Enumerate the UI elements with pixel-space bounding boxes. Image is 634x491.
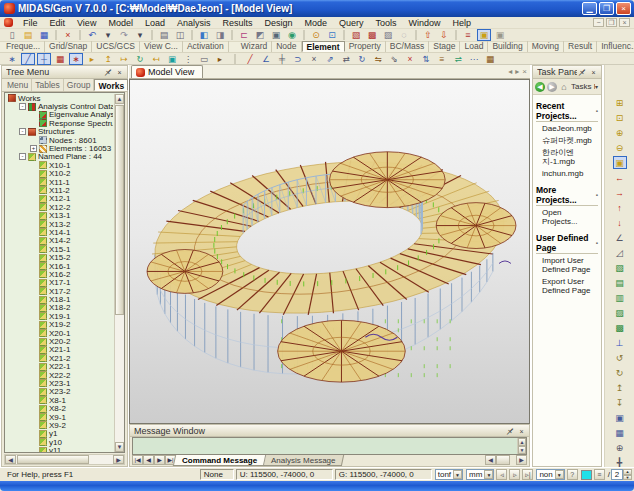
zoom-dynamic-icon[interactable]: ⊕ <box>613 441 627 454</box>
rotate-right-icon[interactable]: ↻ <box>613 366 627 379</box>
message-tab-analysis-message[interactable]: Analysis Message <box>262 455 345 466</box>
display-option-icon[interactable]: ▣ <box>165 53 179 65</box>
print-icon[interactable]: ▤ <box>157 29 171 41</box>
line-grid-icon[interactable]: ╱ <box>21 53 35 65</box>
lock-icon[interactable]: ▣ <box>493 29 507 41</box>
task-section-header[interactable]: More Projects...▪ <box>536 185 598 206</box>
mirror-element-icon[interactable]: ⇋ <box>371 53 385 65</box>
scroll-right-icon[interactable]: ▶ <box>516 455 527 465</box>
tree-vscroll-thumb[interactable] <box>115 105 124 315</box>
pan-left-icon[interactable]: ← <box>613 171 627 184</box>
select-all-icon[interactable]: ▩ <box>365 29 379 41</box>
axis-icon[interactable]: ⊥ <box>613 336 627 349</box>
toolbar-tab-building[interactable]: Building <box>488 41 527 52</box>
element-table-icon[interactable]: ▦ <box>483 53 497 65</box>
undo-dropdown-icon[interactable]: ▾ <box>101 29 115 41</box>
message-output[interactable]: ▲ ▼ <box>132 437 527 455</box>
scroll-down-icon[interactable]: ▼ <box>115 442 124 452</box>
activate-all-icon[interactable]: ≡ <box>461 29 475 41</box>
zoom-fit-icon[interactable]: ⊡ <box>613 111 627 124</box>
capture-view-icon[interactable]: ▣ <box>613 411 627 424</box>
toolbar-tab-result[interactable]: Result <box>564 41 597 52</box>
model-view-canvas[interactable] <box>129 79 530 424</box>
activate-icon[interactable]: ⇧ <box>421 29 435 41</box>
postprocessing-mode-icon[interactable]: ◨ <box>213 29 227 41</box>
msg-hscroll-thumb[interactable] <box>496 455 510 465</box>
scroll-down-icon[interactable]: ▼ <box>518 446 526 454</box>
stage-next-icon[interactable]: ▹| <box>522 469 533 480</box>
mdi-minimize-button[interactable]: − <box>593 18 604 27</box>
toolbar-tab-view-c-[interactable]: View C... <box>140 41 183 52</box>
toolbar-tab-ucs-gcs[interactable]: UCS/GCS <box>92 41 140 52</box>
task-pane-link[interactable]: Export User Defined Page <box>536 275 598 296</box>
menu-model[interactable]: Model <box>102 17 139 29</box>
top-view-icon[interactable]: ▤ <box>613 276 627 289</box>
scroll-right-icon[interactable]: ▶ <box>113 455 124 464</box>
zoom-lock-icon[interactable]: ▣ <box>477 29 491 41</box>
menu-file[interactable]: File <box>17 17 44 29</box>
tree-vertical-scrollbar[interactable]: ▲ ▼ <box>114 94 124 452</box>
task-section-header[interactable]: User Defined Page▪ <box>536 233 598 254</box>
task-pane-link[interactable]: DaeJeon.mgb <box>536 122 598 134</box>
toolbar-tab-element[interactable]: Element <box>302 41 345 52</box>
zoom-out-icon[interactable]: ⊖ <box>613 141 627 154</box>
toolbar-tab-node[interactable]: Node <box>272 41 301 52</box>
zoom-auto-icon[interactable]: ▣ <box>613 156 627 169</box>
chevron-down-icon[interactable]: ▾ <box>595 83 599 90</box>
task-pane-link[interactable]: Import User Defined Page <box>536 254 598 275</box>
toolbar-tab-property[interactable]: Property <box>345 41 386 52</box>
menu-window[interactable]: Window <box>403 17 447 29</box>
rotate-element-icon[interactable]: ↻ <box>355 53 369 65</box>
rotate-up-icon[interactable]: ↥ <box>613 381 627 394</box>
toolbar-tab-grid-snap[interactable]: Grid/Snap <box>45 41 92 52</box>
forward-icon[interactable]: ▶ <box>547 82 557 92</box>
color-swatch[interactable] <box>581 470 592 480</box>
delete-element-icon[interactable]: × <box>403 53 417 65</box>
message-hscroll[interactable]: ◀ <box>485 455 510 465</box>
snap-up-icon[interactable]: ↥ <box>101 53 115 65</box>
mdi-close-button[interactable]: × <box>619 18 630 27</box>
sub-divide-icon[interactable]: ⋯ <box>467 53 481 65</box>
extrude-element-icon[interactable]: ⇗ <box>323 53 337 65</box>
toolbar-tab-stage[interactable]: Stage <box>429 41 460 52</box>
create-line-element-icon[interactable]: ∠ <box>259 53 273 65</box>
stage-dropdown[interactable]: non ▼ <box>536 469 564 480</box>
close-button[interactable]: × <box>616 2 631 15</box>
task-pane-link[interactable]: 슈퍼마켓.mgb <box>536 134 598 146</box>
message-tab-command-message[interactable]: Command Message <box>173 455 266 466</box>
tree-horizontal-scrollbar[interactable]: ◀ ▶ <box>4 454 125 465</box>
restore-button[interactable]: ❐ <box>599 2 614 15</box>
tree-tab-works[interactable]: Works <box>94 79 128 91</box>
label-option-icon[interactable]: ⋮ <box>181 53 195 65</box>
scroll-up-icon[interactable]: ▲ <box>115 94 124 104</box>
task-pane-link[interactable]: Open Projects... <box>536 206 598 227</box>
tree-tab-group[interactable]: Group <box>64 79 95 91</box>
fast-query-icon[interactable]: ▸ <box>213 53 227 65</box>
tree-expander-icon[interactable]: + <box>30 145 37 152</box>
measure-angle-icon[interactable]: ∠ <box>613 231 627 244</box>
iso-view-icon[interactable]: ▧ <box>613 261 627 274</box>
translate-element-icon[interactable]: ⇄ <box>339 53 353 65</box>
unselect-all-icon[interactable]: ▨ <box>381 29 395 41</box>
pan-up-icon[interactable]: ↑ <box>613 201 627 214</box>
grid-toggle-icon[interactable]: ≡ <box>594 469 605 480</box>
preprocessing-mode-icon[interactable]: ◧ <box>197 29 211 41</box>
delete-icon[interactable]: × <box>61 29 75 41</box>
pan-down-icon[interactable]: ↓ <box>613 216 627 229</box>
toolbar-tab-influenc-[interactable]: Influenc... <box>597 41 634 52</box>
node-snap-icon[interactable]: ∗ <box>69 53 83 65</box>
spin-down-icon[interactable]: ▼ <box>623 475 632 481</box>
menu-query[interactable]: Query <box>333 17 370 29</box>
first-tab-icon[interactable]: |◀ <box>132 455 143 465</box>
tab-scroll-right-icon[interactable]: ▸ <box>515 67 519 76</box>
zoom-window-icon[interactable]: ⊞ <box>613 96 627 109</box>
previous-view-icon[interactable]: ↤ <box>149 53 163 65</box>
task-pane-link[interactable]: 한라이엔지-1.mgb <box>536 146 598 167</box>
tree-hscroll-thumb[interactable] <box>17 455 89 464</box>
ortho-icon[interactable]: ▸ <box>85 53 99 65</box>
zoom-step-spinner[interactable]: 2 ▲ ▼ <box>611 469 632 480</box>
merge-element-icon[interactable]: ⊃ <box>291 53 305 65</box>
open-file-icon[interactable]: ▤ <box>21 29 35 41</box>
chevron-down-icon[interactable]: ▼ <box>555 470 564 479</box>
task-pane-link[interactable]: inchun.mgb <box>536 167 598 179</box>
